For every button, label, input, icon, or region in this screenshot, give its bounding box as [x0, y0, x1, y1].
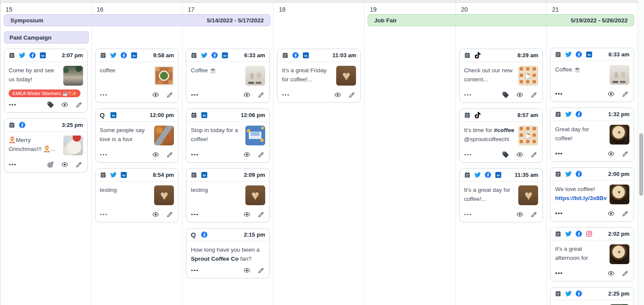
- post-card[interactable]: in9:58 am coffee: [95, 49, 179, 103]
- preview-post-button[interactable]: [607, 90, 615, 98]
- more-options-button[interactable]: [555, 153, 562, 154]
- more-options-button[interactable]: [555, 213, 562, 214]
- post-card[interactable]: 2:25 pm Come in and see us!: [550, 287, 634, 305]
- edit-post-button[interactable]: [257, 267, 265, 274]
- more-options-button[interactable]: [464, 94, 471, 96]
- post-thumbnail-autumn: [154, 126, 174, 145]
- more-options-button[interactable]: [100, 154, 107, 156]
- post-text-segment: Coffee ☕: [191, 67, 217, 74]
- post-card-header: 3:25 pm: [4, 119, 87, 132]
- preview-post-button[interactable]: [516, 211, 523, 218]
- preview-post-button[interactable]: [607, 150, 615, 157]
- more-options-button[interactable]: [100, 94, 107, 96]
- preview-post-button[interactable]: [243, 211, 251, 218]
- post-link[interactable]: https://bit.ly/376hMy: [555, 143, 607, 144]
- calendar-icon: [555, 290, 561, 297]
- more-options-button[interactable]: [555, 272, 562, 274]
- edit-post-button[interactable]: [348, 91, 356, 99]
- post-card-footer: [96, 149, 179, 162]
- post-card[interactable]: in11:03 am It's a great Friday for coffe…: [277, 49, 361, 103]
- edit-post-button[interactable]: [622, 210, 629, 217]
- preview-post-button[interactable]: [243, 267, 251, 274]
- post-card-footer: [460, 149, 543, 162]
- post-card-body: It's a great afternoon for coffee...: [551, 240, 634, 268]
- linkedin-icon: in: [222, 52, 228, 59]
- post-card[interactable]: in6:33 am Coffee ☕: [550, 48, 634, 102]
- post-card[interactable]: 2:02 pm It's a great afternoon for coffe…: [550, 227, 634, 281]
- more-options-button[interactable]: [191, 214, 198, 216]
- post-card[interactable]: in11:35 am It's a great day for coffee!.…: [459, 168, 543, 222]
- post-card-header: 2:02 pm: [551, 228, 634, 240]
- post-card[interactable]: in8:54 pm testing: [95, 168, 179, 222]
- post-card[interactable]: in6:33 am Coffee ☕: [186, 49, 270, 103]
- event-banner-job-fair[interactable]: Job Fair 5/19/2022 - 5/26/2022: [368, 14, 634, 26]
- post-thumbnail-cafe: [63, 66, 83, 86]
- calendar-icon: [282, 52, 288, 59]
- post-card[interactable]: Q2:15 pm How long have you been a Sprout…: [186, 228, 270, 278]
- more-options-button[interactable]: [191, 94, 198, 96]
- preview-post-button[interactable]: [152, 91, 159, 99]
- facebook-icon: [292, 52, 299, 59]
- edit-post-button[interactable]: [257, 91, 265, 99]
- preview-post-button[interactable]: [334, 91, 341, 99]
- linkedin-icon: in: [121, 172, 127, 178]
- edit-post-button[interactable]: [166, 91, 173, 99]
- more-options-button[interactable]: [282, 94, 289, 96]
- edit-post-button[interactable]: [622, 90, 629, 98]
- facebook-icon: [121, 52, 127, 59]
- post-card[interactable]: 8:29 am Check out our new content...: [459, 49, 543, 103]
- post-card-body: coffee: [96, 62, 179, 89]
- preview-post-button[interactable]: [61, 161, 68, 168]
- vertical-scrollbar[interactable]: [638, 0, 644, 305]
- edit-post-button[interactable]: [75, 101, 83, 108]
- post-card[interactable]: in12:06 pm Stop in today for a coffee!: [186, 108, 270, 163]
- edit-post-button[interactable]: [622, 270, 629, 277]
- post-card[interactable]: in2:07 pm Come by and see us today! EMEA…: [4, 49, 88, 113]
- more-options-button[interactable]: [191, 270, 198, 271]
- post-card[interactable]: Qin12:00 pm Some people say love is a fo…: [95, 108, 179, 163]
- preview-post-button[interactable]: [607, 270, 615, 277]
- more-options-button[interactable]: [9, 164, 16, 166]
- post-card-actions: [47, 101, 83, 108]
- post-time: 12:06 pm: [241, 112, 265, 118]
- preview-post-button[interactable]: [152, 211, 159, 218]
- more-options-button[interactable]: [100, 214, 107, 216]
- edit-post-button[interactable]: [530, 211, 538, 218]
- preview-post-button[interactable]: [61, 101, 68, 108]
- preview-post-button[interactable]: [243, 91, 251, 99]
- linkedin-icon: in: [110, 112, 117, 118]
- edit-post-button[interactable]: [530, 151, 538, 158]
- post-card[interactable]: 2:00 pm We love coffee! https://bit.ly/3…: [550, 167, 634, 222]
- edit-post-button[interactable]: [75, 161, 83, 168]
- post-card[interactable]: 8:57 am It's time for #coffee @sproutcof…: [459, 108, 543, 163]
- more-options-button[interactable]: [9, 104, 16, 106]
- more-options-button[interactable]: [464, 154, 471, 156]
- preview-post-button[interactable]: [243, 151, 251, 158]
- preview-post-button[interactable]: [516, 91, 523, 99]
- edit-post-button[interactable]: [622, 150, 629, 157]
- preview-post-button[interactable]: [516, 151, 523, 158]
- campaign-pill-paid-campaign[interactable]: Paid Campaign: [4, 31, 89, 43]
- edit-post-button[interactable]: [530, 91, 538, 99]
- edit-post-button[interactable]: [257, 151, 265, 158]
- more-options-button[interactable]: [464, 214, 471, 216]
- more-options-button[interactable]: [191, 154, 198, 156]
- calendar-icon: [191, 112, 197, 118]
- edit-post-button[interactable]: [257, 211, 265, 218]
- preview-post-button[interactable]: [607, 210, 615, 217]
- twitter-icon: [201, 52, 207, 59]
- edit-post-button[interactable]: [166, 151, 173, 158]
- post-card[interactable]: 3:25 pm 🤶Merry Grinchmas!!! 🤶...: [4, 118, 88, 173]
- facebook-icon: [485, 172, 491, 178]
- more-options-button[interactable]: [555, 93, 562, 95]
- day-cards-list: in6:33 am Coffee ☕ 1:32 pm Great day for…: [547, 48, 638, 305]
- post-card[interactable]: in2:09 pm testing: [186, 168, 270, 222]
- post-card[interactable]: 1:32 pm Great day for coffee! https://bi…: [550, 108, 634, 162]
- post-thumbnail-latte: [610, 185, 629, 204]
- event-banner-symposium[interactable]: Symposium 5/14/2022 - 5/17/2022: [4, 14, 270, 26]
- edit-post-button[interactable]: [166, 211, 173, 218]
- post-text: 🤶Merry Grinchmas!!! 🤶...: [9, 136, 61, 154]
- post-link[interactable]: https://bit.ly/3x8Bvr: [555, 194, 607, 203]
- preview-post-button[interactable]: [152, 151, 159, 158]
- scrollbar-thumb[interactable]: [639, 133, 643, 196]
